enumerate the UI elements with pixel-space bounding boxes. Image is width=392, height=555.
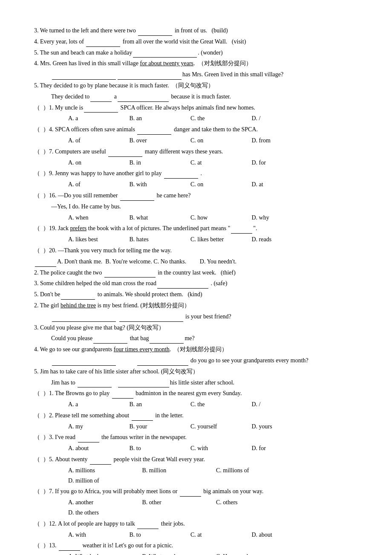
opt-mc1d: D. / <box>252 399 303 410</box>
opt-mc3c: C. with <box>190 443 242 454</box>
blank-rw2a <box>93 343 127 344</box>
main-content: 3. We turned to the left and there were … <box>34 26 358 555</box>
opt-mc7a: A. another <box>68 497 136 508</box>
opt-q4a: A. of <box>68 136 119 146</box>
options-q4: A. of B. over C. on D. from <box>68 136 358 146</box>
opt-q16c: C. how <box>190 213 242 223</box>
options-mc3: A. about B. to C. with D. for <box>68 443 358 454</box>
opt-mc1b: B. an <box>130 399 181 410</box>
underline-behind: behind the tree <box>61 302 96 309</box>
blank-fill1 <box>104 277 156 278</box>
blank-fill2 <box>157 288 208 289</box>
opt-mc7c: C. others <box>216 497 284 508</box>
line-fill2: 3. Some children helped the old man cros… <box>34 278 358 289</box>
blank-q4 <box>137 134 171 135</box>
opt-q16a: A. when <box>68 213 119 223</box>
options-q16: A. when B. what C. how D. why <box>68 213 358 223</box>
opt-mc5c: C. millions of <box>216 465 284 476</box>
opt-mc1c: C. the <box>190 399 242 410</box>
opt-q4c: C. on <box>190 136 242 146</box>
blank-1 <box>138 35 172 36</box>
line-rewrite1: 2. The girl behind the tree is my best f… <box>34 301 358 311</box>
opt-q9d: D. at <box>252 179 303 190</box>
blank-5b <box>118 101 169 102</box>
opt-mc13a: A. What bad <box>68 552 136 555</box>
blank-rw3b <box>137 365 188 366</box>
opt-q9a: A. of <box>68 179 119 190</box>
line-mc3: （ ）3. I've read the famous writer in the… <box>34 432 358 442</box>
opt-mc1a: A. a <box>68 399 119 410</box>
line-2: 4. Every year, lots of from all over the… <box>34 37 358 47</box>
line-1: 3. We turned to the left and there were … <box>34 26 358 36</box>
line-rewrite4: 5. Jim has to take care of his little si… <box>34 367 358 377</box>
blank-rw1a <box>52 321 116 322</box>
opt-mc2a: A. my <box>68 422 119 432</box>
opt-mc2d: D. yours <box>252 422 303 432</box>
line-3: 5. The sun and beach can make a holiday.… <box>34 48 358 58</box>
opt-mc5b: B. million <box>142 465 210 476</box>
underline-prefers: prefers <box>70 225 86 231</box>
blank-mc5 <box>90 464 111 465</box>
options-mc7: A. another B. other C. others D. the oth… <box>68 497 358 518</box>
opt-q7d: D. for <box>252 158 303 168</box>
opt-q16b: B. what <box>130 213 181 223</box>
line-rewrite4b: Jim has to his little sister after schoo… <box>51 378 358 388</box>
opt-mc7b: B. other <box>142 497 210 508</box>
line-rewrite1b: is your best friend? <box>51 312 358 322</box>
opt-q1d: D. / <box>252 113 303 124</box>
line-fill3: 5. Don't be to animals. We should protec… <box>34 289 358 300</box>
opt-mc13b: B. What good <box>142 552 210 555</box>
blank-4a <box>52 79 116 80</box>
opt-q4b: B. over <box>130 136 181 146</box>
line-q20b: A. Don't thank me. B. You're welcome. C.… <box>34 257 358 267</box>
line-fill1: 2. The police caught the two in the coun… <box>34 268 358 278</box>
blank-3 <box>133 57 197 58</box>
opt-mc3d: D. for <box>252 443 303 454</box>
opt-mc13c: C. How good <box>216 552 284 555</box>
blank-rw4b <box>118 387 169 387</box>
opt-q1c: C. the <box>190 113 242 124</box>
blank-2 <box>86 46 120 47</box>
line-mc1: （ ）1. The Browns go to play badminton in… <box>34 388 358 399</box>
blank-q9 <box>164 178 198 179</box>
blank-q1 <box>84 112 118 113</box>
line-rewrite3b: do you go to see your grandparents every… <box>51 356 358 366</box>
opt-mc3b: B. to <box>130 443 181 454</box>
opt-q1b: B. an <box>130 113 181 124</box>
line-4b: has Mrs. Green lived in this small villa… <box>51 69 358 80</box>
blank-rw2b <box>150 343 184 344</box>
opt-mc7d: D. the others <box>68 508 136 518</box>
opt-mc3a: A. about <box>68 443 119 454</box>
opt-q19c: C. likes better <box>190 234 242 245</box>
opt-mc2b: B. your <box>130 422 181 432</box>
opt-q19d: D. reads <box>252 234 303 245</box>
opt-q7b: B. in <box>130 158 181 168</box>
blank-rw3a <box>52 365 116 366</box>
options-mc5: A. millions B. million C. millions of D.… <box>68 465 358 486</box>
line-rewrite2: 3. Could you please give me that bag? (同… <box>34 323 358 333</box>
opt-q7a: A. on <box>68 158 119 168</box>
line-mc7: （ ）7. If you go to Africa, you will prob… <box>34 486 358 497</box>
line-q1: （ ）1. My uncle is SPCA officer. He alway… <box>34 103 358 113</box>
opt-mc12d: D. about <box>252 530 303 540</box>
line-5b: They decided to a because it is much fas… <box>51 92 358 102</box>
line-mc13: （ ）13. weather it is! Let's go out for a… <box>34 541 358 551</box>
underline-four-times: four times every month <box>114 346 170 353</box>
line-q19: （ ）19. Jack prefers the book with a lot … <box>34 223 358 234</box>
blank-mc12 <box>137 529 159 529</box>
opt-mc12c: C. at <box>190 530 242 540</box>
blank-mc13 <box>59 550 80 551</box>
options-q1: A. a B. an C. the D. / <box>68 113 358 124</box>
line-5: 5. They decided to go by plane because i… <box>34 81 358 91</box>
opt-q19a: A. likes best <box>68 234 119 245</box>
options-q9: A. of B. with C. on D. at <box>68 179 358 190</box>
blank-q7 <box>108 156 142 157</box>
blank-rw4a <box>78 387 112 387</box>
line-rewrite2b: Could you please that bagme? <box>51 333 358 344</box>
blank-rw1b <box>119 321 183 322</box>
opt-q1a: A. a <box>68 113 119 124</box>
blank-mc3 <box>78 442 99 442</box>
opt-q9b: B. with <box>130 179 181 190</box>
opt-q16d: D. why <box>252 213 303 223</box>
blank-q16 <box>120 200 154 201</box>
